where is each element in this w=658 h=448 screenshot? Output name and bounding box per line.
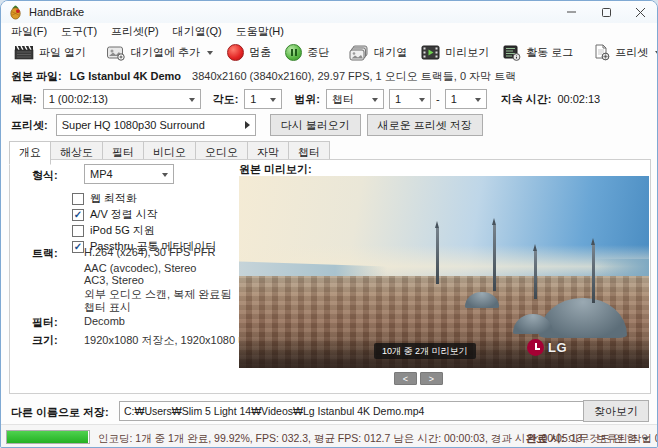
close-button[interactable] <box>623 1 657 23</box>
title-row: 제목: 1 (00:02:13) 각도: 1 범위: 챕터 1 - 1 지속 시… <box>11 89 600 109</box>
save-new-preset-button[interactable]: 새로운 프리셋 저장 <box>367 114 483 136</box>
add-to-queue-button[interactable]: 대기열에 추가 <box>99 43 220 63</box>
duration-value: 00:02:13 <box>557 93 600 105</box>
minaret <box>592 245 595 303</box>
menu-tools[interactable]: 도구(T) <box>54 23 104 40</box>
source-file-label: 원본 파일: <box>11 70 62 82</box>
minaret <box>493 225 496 291</box>
presets-button[interactable]: 프리셋 <box>586 42 658 63</box>
preview-previous-button[interactable]: < <box>394 372 417 385</box>
chevron-down-icon <box>207 51 213 55</box>
tab-summary[interactable]: 개요 <box>9 141 51 165</box>
save-as-row: 다른 이름으로 저장: 찾아보기 <box>1 400 657 424</box>
angle-select[interactable]: 1 <box>244 89 282 109</box>
queue-button[interactable]: 대기열 <box>342 43 414 63</box>
track-video: H.264 (x264), 30 FPS PFR <box>84 246 215 258</box>
preview-next-button[interactable]: > <box>420 372 443 385</box>
summary-panel: 형식: MP4 웹 최적화 ✓ A/V 정렬 시작 iPod 5G 지원 ✓ P… <box>9 159 651 394</box>
pause-icon <box>285 44 302 61</box>
handbrake-window: HandBrake 파일(F) 도구(T) 프리셋(P) 대기열(Q) 도움말(… <box>0 0 658 448</box>
track-audio-2: AC3, Stereo <box>84 274 144 286</box>
menu-help[interactable]: 도움말(H) <box>229 23 291 40</box>
stop-button[interactable]: 멈춤 <box>220 42 278 63</box>
checkbox-checked-icon: ✓ <box>72 209 84 221</box>
handbrake-logo-icon <box>8 5 23 20</box>
track-chapters: 챕터 표시 <box>84 300 131 315</box>
pause-button[interactable]: 중단 <box>278 42 336 63</box>
activity-log-icon <box>503 45 521 61</box>
range-label: 범위: <box>294 92 320 107</box>
open-file-button[interactable]: 파일 열기 <box>7 43 93 62</box>
menu-bar: 파일(F) 도구(T) 프리셋(P) 대기열(Q) 도움말(H) <box>1 23 657 40</box>
minaret <box>436 228 439 284</box>
toolbar: 파일 열기 대기열에 추가 멈춤 중단 <box>1 40 657 65</box>
preview-counter-overlay: 10개 중 2개 미리보기 <box>374 343 476 359</box>
destination-path-input[interactable] <box>119 401 599 421</box>
lg-logo-icon <box>527 339 544 356</box>
add-to-queue-icon <box>106 45 126 61</box>
preview-button[interactable]: 미리보기 <box>414 43 496 62</box>
save-as-label: 다른 이름으로 저장: <box>11 405 109 420</box>
range-to-select[interactable]: 1 <box>445 89 487 109</box>
progress-fill <box>7 431 88 443</box>
stop-record-icon <box>227 44 244 61</box>
maximize-button[interactable] <box>589 1 623 23</box>
checkbox-icon <box>72 225 84 237</box>
menu-presets[interactable]: 프리셋(P) <box>104 23 166 40</box>
activity-log-button[interactable]: 활동 로그 <box>496 43 580 63</box>
menu-file[interactable]: 파일(F) <box>4 23 54 40</box>
menu-queue[interactable]: 대기열(Q) <box>166 23 229 40</box>
preset-select[interactable]: Super HQ 1080p30 Surround <box>56 114 256 136</box>
preset-doc-gear-icon <box>593 44 610 61</box>
size-label: 크기: <box>32 333 58 348</box>
filmstrip-play-icon <box>421 45 440 60</box>
checkbox-web-optimized[interactable]: 웹 최적화 <box>72 191 137 206</box>
clapperboard-icon <box>14 45 34 60</box>
lg-logo: LG <box>527 339 567 356</box>
preview-label: 원본 미리보기: <box>239 162 312 177</box>
range-type-select[interactable]: 챕터 <box>326 89 384 109</box>
checkbox-icon <box>72 193 84 205</box>
tracks-label: 트랙: <box>32 246 58 261</box>
source-file-row: 원본 파일: LG Istanbul 4K Demo 3840x2160 (38… <box>11 69 516 84</box>
preset-row: 프리셋: Super HQ 1080p30 Surround 다시 불러오기 새… <box>11 114 483 136</box>
checkbox-checked-icon: ✓ <box>72 241 84 253</box>
filters-label: 필터: <box>32 315 58 330</box>
format-select[interactable]: MP4 <box>84 164 174 184</box>
source-file-name: LG Istanbul 4K Demo <box>70 70 181 82</box>
status-bar: 인코딩: 1개 중 1개 완료, 99.92%, FPS: 032.3, 평균 … <box>1 424 657 448</box>
source-file-details: 3840x2160 (3840x2160), 29.97 FPS, 1 오디오 … <box>192 70 516 82</box>
checkbox-av-align-start[interactable]: ✓ A/V 정렬 시작 <box>72 207 158 222</box>
when-done-dropdown[interactable]: 완료 시: 아무것도 안 함 <box>526 432 649 446</box>
checkbox-ipod-5g[interactable]: iPod 5G 지원 <box>72 223 155 238</box>
title-label: 제목: <box>11 92 37 107</box>
preview-image: 10개 중 2개 미리보기 LG <box>239 176 649 368</box>
title-select[interactable]: 1 (00:02:13) <box>43 89 201 109</box>
minaret <box>534 251 537 299</box>
range-separator: - <box>436 93 440 105</box>
duration-label: 지속 시간: <box>501 92 552 107</box>
minimize-button[interactable] <box>555 1 589 23</box>
filters-value: Decomb <box>84 315 125 327</box>
encode-progress-bar <box>6 430 90 444</box>
range-from-select[interactable]: 1 <box>389 89 431 109</box>
titlebar[interactable]: HandBrake <box>1 1 657 23</box>
window-title: HandBrake <box>29 6 84 18</box>
sea-right <box>592 259 649 276</box>
angle-label: 각도: <box>213 92 239 107</box>
browse-button[interactable]: 찾아보기 <box>583 400 649 422</box>
track-audio-1: AAC (avcodec), Stereo <box>84 262 197 274</box>
chevron-down-icon <box>643 437 649 441</box>
reload-preset-button[interactable]: 다시 불러오기 <box>270 114 361 136</box>
preset-label: 프리셋: <box>11 118 48 133</box>
format-label: 형식: <box>32 168 58 183</box>
queue-icon <box>349 45 369 61</box>
